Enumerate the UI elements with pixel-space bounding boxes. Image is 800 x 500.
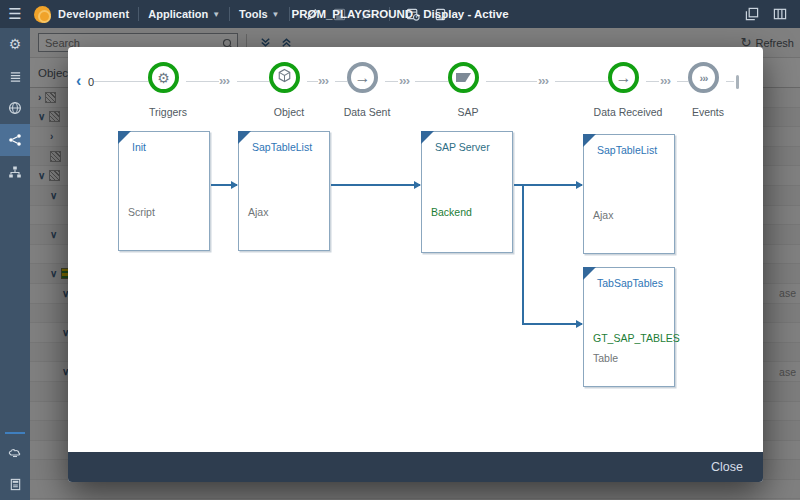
flow-chevrons-icon: ››› (538, 73, 548, 88)
shell-header: ☰ Development Application▼ Tools▼ PROM_P… (0, 0, 800, 28)
node-sap-server[interactable]: SAP Server Backend (421, 131, 513, 253)
flow-overflow-marker (736, 75, 739, 89)
connector-arrow (331, 184, 420, 186)
app-window: ☰ Development Application▼ Tools▼ PROM_P… (0, 0, 800, 500)
document-fold-icon (421, 131, 434, 144)
flow-chevrons-icon: ››› (399, 73, 409, 88)
gear-icon: ⚙ (157, 71, 170, 85)
calendar-clock-icon[interactable] (406, 7, 420, 21)
node-saptablelist-2[interactable]: SapTableList Ajax (583, 134, 675, 254)
stage-data-received[interactable]: → Data Received (608, 62, 639, 93)
flow-back-count: 0 (88, 76, 94, 88)
flow-back-chevron-icon[interactable]: ‹ (76, 73, 81, 89)
wand-icon[interactable] (360, 8, 373, 21)
chevron-down-icon: ▼ (272, 10, 280, 19)
company-logo (34, 6, 51, 23)
stage-data-sent[interactable]: → Data Sent (347, 62, 378, 93)
document-fold-icon (583, 267, 596, 280)
menu-tools[interactable]: Tools▼ (239, 8, 279, 20)
document-fold-icon (583, 134, 596, 147)
stage-events[interactable]: ››› Events (688, 62, 719, 93)
node-saptablelist-1[interactable]: SapTableList Ajax (238, 131, 330, 251)
connector-arrow (514, 184, 582, 186)
node-init[interactable]: Init Script (118, 131, 210, 251)
document-fold-icon (118, 131, 131, 144)
stage-object[interactable]: Object (269, 62, 300, 93)
globe-icon[interactable] (0, 92, 30, 124)
pencil-icon[interactable] (306, 8, 319, 21)
sidebar: ⚙ (0, 28, 30, 500)
list-icon[interactable] (0, 60, 30, 92)
sidebar-divider (5, 432, 25, 434)
connector-arrow (211, 184, 237, 186)
trapezoid-icon (456, 73, 471, 82)
transport-icon[interactable] (0, 436, 30, 468)
close-button[interactable]: Close (705, 456, 749, 478)
share-network-icon[interactable] (0, 124, 30, 156)
chevrons-icon: ››› (700, 71, 708, 85)
hierarchy-tree-icon[interactable] (0, 156, 30, 188)
cube-icon (277, 68, 292, 87)
menu-application[interactable]: Application▼ (148, 8, 220, 20)
stage-triggers[interactable]: ⚙ Triggers (148, 62, 179, 93)
settings-gear-icon[interactable]: ⚙ (0, 28, 30, 60)
document-fold-icon (238, 131, 251, 144)
columns-icon[interactable] (773, 7, 787, 21)
chevron-down-icon: ▼ (212, 10, 220, 19)
hamburger-icon[interactable]: ☰ (0, 5, 30, 23)
arrow-right-icon: → (355, 71, 371, 85)
arrow-right-icon: → (616, 71, 632, 85)
connector-branch (522, 185, 524, 324)
process-flow-dialog: ‹ 0 ››› ››› ››› ››› ››› ⚙ Triggers (68, 47, 763, 482)
product-name: Development (58, 8, 129, 20)
tablet-icon[interactable] (434, 8, 447, 21)
flow-chevrons-icon: ››› (660, 73, 670, 88)
process-flow-header: ‹ 0 ››› ››› ››› ››› ››› ⚙ Triggers (68, 47, 763, 119)
calculator-icon[interactable] (0, 468, 30, 500)
dialog-footer: Close (68, 452, 763, 482)
stage-sap[interactable]: SAP (448, 62, 479, 93)
save-icon[interactable] (333, 8, 346, 21)
copy-icon[interactable] (745, 7, 759, 21)
connector-arrow (522, 323, 582, 325)
flow-chevrons-icon: ››› (318, 73, 328, 88)
flow-chevrons-icon: ››› (219, 73, 229, 88)
node-tabsaptables[interactable]: TabSapTables GT_SAP_TABLES Table (583, 267, 675, 387)
